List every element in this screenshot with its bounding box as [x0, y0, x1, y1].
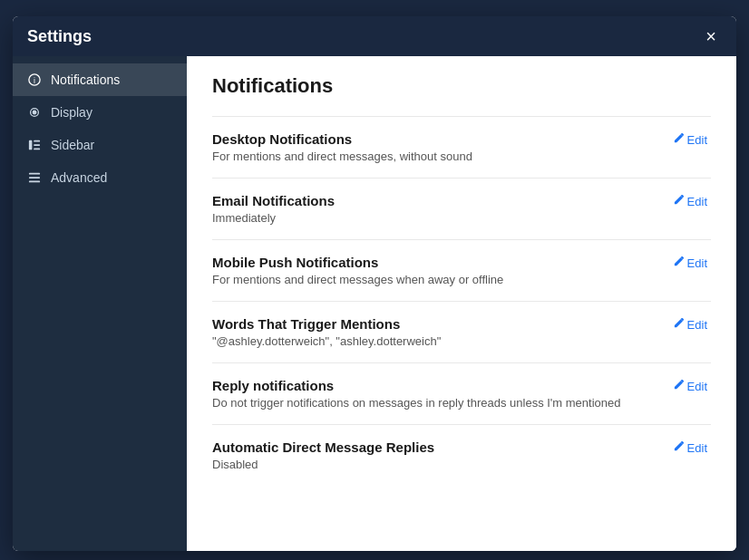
notif-info-words-trigger: Words That Trigger Mentions "@ashley.dot… — [212, 316, 655, 348]
notif-name-desktop: Desktop Notifications — [212, 131, 655, 147]
settings-sidebar: i Notifications Display — [13, 56, 187, 551]
sidebar-item-display-label: Display — [51, 105, 92, 120]
edit-icon-desktop — [673, 133, 684, 147]
notif-row-auto-dm: Automatic Direct Message Replies Disable… — [212, 424, 711, 486]
notif-row-words-trigger: Words That Trigger Mentions "@ashley.dot… — [212, 301, 711, 362]
notif-name-mobile-push: Mobile Push Notifications — [212, 255, 655, 270]
edit-button-email[interactable]: Edit — [669, 193, 711, 210]
notif-desc-reply: Do not trigger notifications on messages… — [212, 396, 655, 410]
notif-desc-words-trigger: "@ashley.dotterweich", "ashley.dotterwei… — [212, 334, 655, 348]
notif-info-auto-dm: Automatic Direct Message Replies Disable… — [212, 439, 655, 471]
edit-icon-auto-dm — [673, 441, 684, 455]
edit-icon-email — [673, 195, 684, 208]
notif-desc-desktop: For mentions and direct messages, withou… — [212, 150, 655, 163]
sidebar-nav-icon — [27, 138, 42, 152]
edit-button-reply[interactable]: Edit — [669, 378, 711, 395]
svg-rect-9 — [29, 177, 40, 179]
close-button[interactable]: × — [700, 25, 722, 47]
notif-row-email: Email Notifications Immediately Edit — [212, 178, 711, 239]
edit-icon-words-trigger — [673, 318, 684, 332]
edit-button-words-trigger[interactable]: Edit — [669, 316, 711, 333]
sidebar-item-sidebar[interactable]: Sidebar — [13, 129, 187, 161]
notif-desc-auto-dm: Disabled — [212, 458, 655, 471]
notif-desc-mobile-push: For mentions and direct messages when aw… — [212, 273, 655, 286]
notif-row-mobile-push: Mobile Push Notifications For mentions a… — [212, 239, 711, 301]
svg-rect-7 — [34, 149, 40, 150]
notif-row-desktop: Desktop Notifications For mentions and d… — [212, 116, 711, 178]
edit-icon-reply — [673, 380, 684, 393]
sidebar-item-notifications-label: Notifications — [51, 72, 120, 87]
notifications-icon: i — [27, 72, 42, 87]
svg-rect-6 — [34, 144, 40, 146]
notifications-rows: Desktop Notifications For mentions and d… — [212, 116, 711, 486]
display-icon — [27, 105, 42, 120]
edit-button-auto-dm[interactable]: Edit — [669, 439, 711, 457]
svg-rect-4 — [29, 140, 33, 150]
sidebar-item-sidebar-label: Sidebar — [51, 138, 94, 152]
sidebar-item-advanced-label: Advanced — [51, 170, 107, 185]
notif-info-reply: Reply notifications Do not trigger notif… — [212, 378, 655, 410]
notif-name-reply: Reply notifications — [212, 378, 655, 393]
sidebar-item-advanced[interactable]: Advanced — [13, 161, 187, 194]
edit-button-mobile-push[interactable]: Edit — [669, 255, 711, 272]
svg-rect-8 — [29, 173, 40, 175]
notif-name-email: Email Notifications — [212, 193, 655, 208]
sidebar-item-display[interactable]: Display — [13, 96, 187, 129]
notif-info-desktop: Desktop Notifications For mentions and d… — [212, 131, 655, 163]
notif-name-auto-dm: Automatic Direct Message Replies — [212, 439, 655, 455]
settings-modal: Settings × i Notifications — [13, 16, 736, 551]
sidebar-item-notifications[interactable]: i Notifications — [13, 63, 187, 96]
modal-body: i Notifications Display — [13, 56, 736, 551]
content-title: Notifications — [212, 74, 711, 98]
advanced-icon — [27, 170, 42, 185]
notif-name-words-trigger: Words That Trigger Mentions — [212, 316, 655, 332]
svg-text:i: i — [34, 76, 35, 85]
modal-title: Settings — [27, 27, 92, 46]
notif-info-email: Email Notifications Immediately — [212, 193, 655, 225]
modal-header: Settings × — [13, 16, 736, 56]
svg-rect-5 — [34, 140, 40, 142]
notif-desc-email: Immediately — [212, 211, 655, 225]
svg-rect-10 — [29, 181, 40, 183]
edit-button-desktop[interactable]: Edit — [669, 131, 711, 149]
notif-row-reply: Reply notifications Do not trigger notif… — [212, 362, 711, 424]
notifications-content: Notifications Desktop Notifications For … — [187, 56, 736, 551]
notif-info-mobile-push: Mobile Push Notifications For mentions a… — [212, 255, 655, 286]
edit-icon-mobile-push — [673, 256, 684, 270]
svg-point-3 — [33, 111, 36, 114]
